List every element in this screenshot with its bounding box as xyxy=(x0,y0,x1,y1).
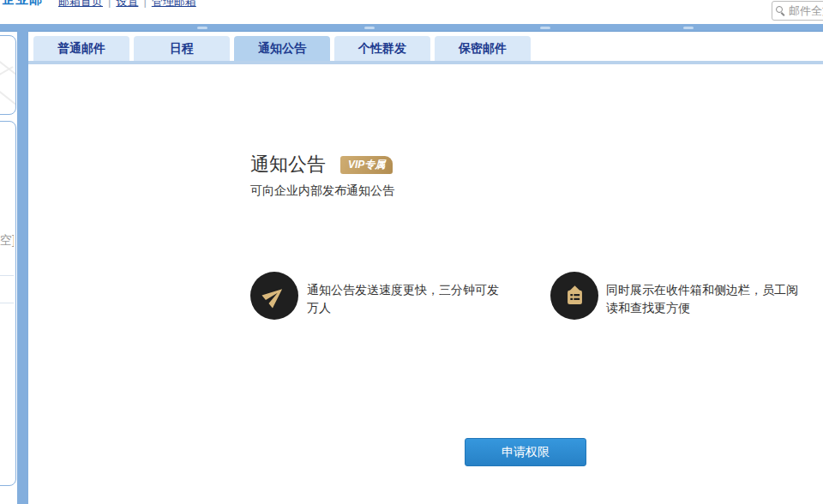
page: 企业邮箱 邮箱首页|设置|管理邮箱 邮件全文搜索 空] 普通邮件 日程 通知公告… xyxy=(0,0,823,504)
tab-notice[interactable]: 通知公告 xyxy=(234,36,330,61)
frame-top-strip xyxy=(0,24,823,32)
main-panel: 普通邮件 日程 通知公告 个性群发 保密邮件 通知公告 VIP专属 可向企业内部… xyxy=(28,32,823,504)
clipboard-icon xyxy=(550,272,598,320)
frame-left-strip xyxy=(17,24,28,504)
tab-secure-mail[interactable]: 保密邮件 xyxy=(435,36,531,61)
page-title: 通知公告 xyxy=(250,152,326,177)
paper-plane-icon xyxy=(250,272,298,320)
sidebar-panel: 空] xyxy=(0,121,16,486)
strip-dash xyxy=(197,27,207,29)
sidebar-divider xyxy=(0,303,14,303)
page-subtitle: 可向企业内部发布通知公告 xyxy=(250,183,394,199)
header-nav: 邮箱首页|设置|管理邮箱 xyxy=(58,0,196,9)
search-input[interactable]: 邮件全文搜索 xyxy=(772,1,823,21)
vip-badge: VIP专属 xyxy=(340,156,393,174)
feature-text: 同时展示在收件箱和侧边栏，员工阅读和查找更方便 xyxy=(606,281,808,317)
nav-separator: | xyxy=(138,0,151,8)
logo-fragment: 企业邮箱 xyxy=(2,0,51,7)
tab-schedule[interactable]: 日程 xyxy=(134,36,230,61)
strip-dash xyxy=(683,27,694,29)
nav-separator: | xyxy=(103,0,116,8)
feature-text: 通知公告发送速度更快，三分钟可发万人 xyxy=(307,281,509,317)
sidebar-top-panel xyxy=(0,35,16,115)
search-icon xyxy=(776,6,786,16)
nav-link-settings[interactable]: 设置 xyxy=(116,0,138,8)
search-placeholder: 邮件全文搜索 xyxy=(789,3,823,19)
sidebar-text-fragment: 空] xyxy=(0,233,14,249)
nav-link-manage-mailbox[interactable]: 管理邮箱 xyxy=(152,0,196,8)
header: 企业邮箱 邮箱首页|设置|管理邮箱 邮件全文搜索 xyxy=(0,0,823,24)
nav-link-mail-home[interactable]: 邮箱首页 xyxy=(58,0,103,8)
apply-permission-button[interactable]: 申请权限 xyxy=(465,438,586,466)
tab-normal-mail[interactable]: 普通邮件 xyxy=(33,36,129,61)
strip-dash xyxy=(364,27,375,29)
tab-mass-send[interactable]: 个性群发 xyxy=(334,36,430,61)
tab-bar-underline xyxy=(28,61,823,64)
sidebar-divider xyxy=(0,275,14,276)
strip-dash xyxy=(540,27,550,29)
